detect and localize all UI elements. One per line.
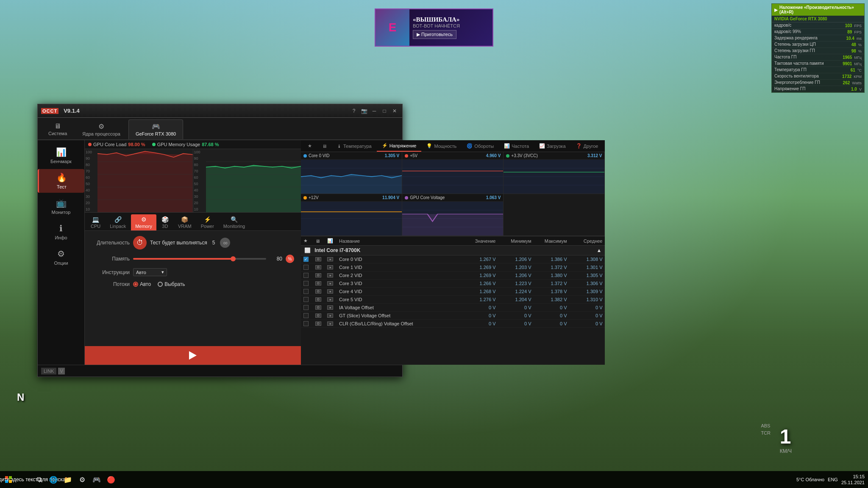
minimize-button[interactable]: ─ (370, 107, 378, 115)
row-checkbox[interactable] (303, 313, 309, 318)
volt-tab-frequency[interactable]: 📊 Частота (499, 140, 534, 152)
tab-cores[interactable]: ⚙ Ядра процессора (75, 119, 128, 139)
row-checkbox[interactable] (303, 321, 309, 326)
row-name: Core 0 VID (339, 257, 460, 262)
lang-text: ENG (828, 477, 838, 482)
row-checkbox[interactable] (303, 281, 309, 286)
nvidia-stats-container: кадров/с 103 FPS кадров/с 99% 89 FPS Зад… (772, 22, 864, 92)
nvidia-stat-row: Степень загрузки ЦП 48 % (772, 42, 864, 48)
nvidia-stat-label: Задержка рендеринга (774, 36, 818, 41)
duration-number: 5 (212, 240, 215, 246)
row-min: 0 V (497, 313, 531, 318)
occt-titlebar: OCCT V9.1.4 ? 📷 ─ □ ✕ (38, 104, 402, 118)
help-button[interactable]: ? (350, 107, 358, 115)
th-min: Минимум (497, 238, 531, 244)
window-controls: ? 📷 ─ □ ✕ (350, 107, 399, 115)
voltage-tabs: ★ 🖥 🌡 Температура ⚡ Напряжение 💡 (301, 140, 605, 152)
gpu-stats-bar: GPU Core Load 98.00 % GPU Memory Usage 8… (85, 140, 301, 149)
threads-radio-group: Авто Выбрать (133, 281, 185, 287)
sub-tab-memory[interactable]: ⚙ Memory (131, 214, 156, 230)
volt-tab-temperature[interactable]: 🌡 Температура (332, 140, 377, 152)
app3-icon[interactable]: 🔴 (104, 473, 118, 486)
sidebar-benchmark[interactable]: 📊 Бенчмарк (38, 144, 84, 167)
banner-button[interactable]: ▶ Приготовьтесь (413, 30, 456, 39)
sub-tab-linpack[interactable]: 🔗 Linpack (106, 214, 130, 230)
power-icon: ⚡ (204, 216, 211, 223)
banner-advertisement[interactable]: E «ВЫШИБАЛА» ВОТ-ВОТ НАЧНЁТСЯ ▶ Приготов… (375, 8, 493, 47)
row-checkbox[interactable] (303, 265, 309, 270)
volt-tab-all[interactable]: ★ (303, 140, 317, 152)
search-bar[interactable]: 🔍 Введите здесь текст для поиска (17, 473, 31, 486)
app2-icon[interactable]: 🎮 (90, 473, 103, 486)
volt-tab-load[interactable]: 📈 Загрузка (534, 140, 570, 152)
nvidia-stat-row: Температура ГП 61 °C (772, 67, 864, 73)
row-checkbox[interactable] (303, 305, 309, 310)
sidebar-test[interactable]: 🔥 Тест (38, 169, 84, 193)
occt-body: 📊 Бенчмарк 🔥 Тест 📺 Монитор ℹ Инфо ⚙ Опц… (38, 140, 402, 365)
row-checkbox[interactable] (303, 289, 309, 294)
instructions-dropdown[interactable]: Авто ▾ (133, 268, 167, 276)
sub-tab-cpu[interactable]: 💻 CPU (86, 214, 105, 230)
task-view-button[interactable]: ⧉ (32, 473, 46, 486)
row-value: 0 V (462, 305, 495, 310)
memory-config-label: Память (92, 256, 130, 262)
gpu-core-chart: 10090807060 5040302010 (85, 149, 193, 212)
memory-slider[interactable] (133, 258, 266, 260)
nvidia-gpu-name: NVIDIA GeForce RTX 3080 (772, 16, 864, 22)
threads-select-option[interactable]: Выбрать (158, 281, 185, 287)
row-avg: 1.306 V (568, 281, 602, 286)
sub-tab-vram[interactable]: 📦 VRAM (174, 214, 196, 230)
group-collapse-icon[interactable]: ▲ (597, 247, 602, 253)
app1-icon[interactable]: ⚙ (75, 473, 89, 486)
monitor-icon: 📺 (56, 198, 67, 208)
volt-tab-other[interactable]: ❓ Другое (571, 140, 604, 152)
gpu-volt-dot (405, 196, 408, 200)
memory-icon: ⚙ (141, 216, 147, 223)
table-row: ⊡ ≡ CLR (CBo/LLC/Ring) Voltage Offset 0 … (301, 320, 605, 328)
chart-gpu-voltage-header: GPU Core Voltage 1.063 V (402, 194, 503, 202)
threads-auto-option[interactable]: Авто (133, 281, 151, 287)
12v-chart-body (301, 202, 402, 236)
nvidia-stat-row: Скорость вентилятора 1732 КРМ (772, 73, 864, 80)
row-max: 0 V (533, 305, 567, 310)
sidebar-options[interactable]: ⚙ Опции (38, 245, 84, 269)
tab-sistema[interactable]: 🖥 Система (41, 119, 74, 139)
table-row: ⊡ ≡ GT (Slice) Voltage Offset 0 V 0 V 0 … (301, 312, 605, 320)
nvidia-stat-unit: Watts (852, 81, 862, 85)
sub-tab-monitoring[interactable]: 🔍 Monitoring (219, 214, 249, 230)
row-checkbox[interactable] (303, 273, 309, 278)
sidebar-info[interactable]: ℹ Инфо (38, 220, 84, 244)
camera-button[interactable]: 📷 (360, 107, 368, 115)
explorer-icon[interactable]: 📁 (61, 473, 75, 486)
row-checkbox[interactable] (303, 297, 309, 302)
memory-config-value: 80 % (133, 255, 294, 263)
volt-tab-power[interactable]: 💡 Мощность (421, 140, 462, 152)
volt-tab-voltage[interactable]: ⚡ Напряжение (377, 140, 422, 152)
row-name: CLR (CBo/LLC/Ring) Voltage Offset (339, 321, 460, 326)
nvidia-stat-unit: °C (857, 68, 862, 72)
row-monitor-icon: ⊡ (315, 313, 321, 318)
row-monitor-icon: ⊡ (315, 257, 321, 261)
start-button[interactable] (85, 346, 301, 365)
close-button[interactable]: ✕ (390, 107, 399, 115)
row-value: 0 V (462, 321, 495, 326)
row-checkbox[interactable] (303, 257, 309, 262)
duration-row: Длительность ⏱ Тест будет выполняться 5 … (92, 236, 294, 250)
duration-toggle[interactable]: ∞ (220, 238, 230, 248)
row-name: Core 3 VID (339, 281, 460, 286)
volt-tab-monitor[interactable]: 🖥 (317, 140, 332, 152)
volt-tab-fans[interactable]: 🌀 Обороты (462, 140, 499, 152)
12v-label: +12V (303, 195, 319, 200)
th-value: Значение (462, 238, 495, 244)
nvidia-header: ▶ Наложение «Производительность» (Alt+R) (772, 4, 864, 16)
edge-icon[interactable]: 🌐 (47, 473, 60, 486)
sidebar-monitor[interactable]: 📺 Монитор (38, 194, 84, 218)
maximize-button[interactable]: □ (380, 107, 389, 115)
tab-gpu[interactable]: 🎮 GeForce RTX 3080 (128, 119, 183, 139)
table-row: ⊡ ≡ Core 1 VID 1.269 V 1.203 V 1.372 V 1… (301, 263, 605, 272)
nvidia-stat-row: Тактовая частота памяти 9901 МГц (772, 61, 864, 67)
sub-tab-3d[interactable]: 🎲 3D (157, 214, 173, 230)
5v-chart-body (402, 160, 503, 194)
core0-value: 1.305 V (385, 153, 399, 158)
sub-tab-power[interactable]: ⚡ Power (197, 214, 218, 230)
